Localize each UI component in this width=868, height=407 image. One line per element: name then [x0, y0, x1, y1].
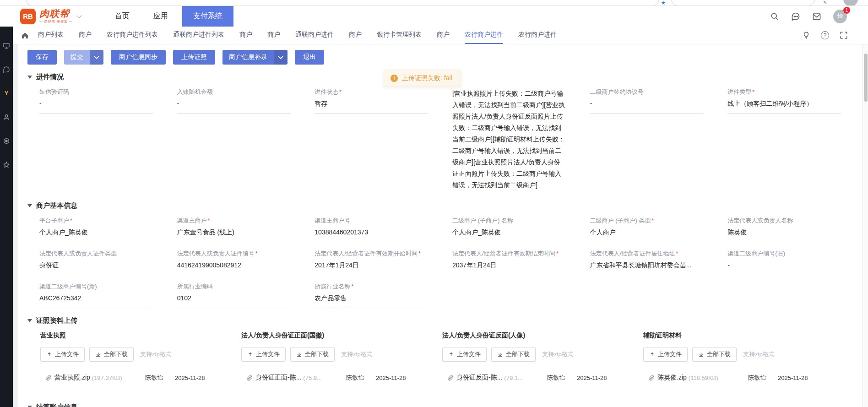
field-value[interactable]: 个人商户_陈英俊: [452, 228, 566, 242]
section-header[interactable]: 证照资料上传: [27, 316, 863, 325]
brand-name: 肉联帮: [39, 9, 73, 19]
submit-button[interactable]: 提交: [64, 50, 90, 65]
field-value[interactable]: 103884460201373: [315, 228, 429, 242]
upload-file-button[interactable]: 上传文件: [643, 347, 688, 362]
fullscreen-icon[interactable]: [840, 31, 848, 39]
tab-item[interactable]: 商户: [349, 27, 362, 44]
file-item[interactable]: 营业执照.zip (197.37KB): [40, 374, 134, 382]
exit-button[interactable]: 退出: [295, 50, 324, 65]
field-value[interactable]: -: [39, 100, 153, 114]
mail-icon[interactable]: [812, 12, 821, 21]
field-value[interactable]: 2037年1月24日: [452, 261, 566, 275]
help-icon[interactable]: ?: [821, 31, 829, 39]
chat-icon[interactable]: [3, 66, 10, 73]
field-value[interactable]: 身份证: [39, 261, 153, 275]
section-header[interactable]: 结算账户信息: [27, 403, 77, 407]
nav-payment-system[interactable]: 支付系统: [182, 6, 233, 27]
scrollbar-track[interactable]: [863, 44, 868, 407]
star-icon[interactable]: [3, 161, 10, 168]
tab-item[interactable]: 农行商户进件列表: [107, 27, 158, 44]
download-all-button[interactable]: 全部下载: [491, 347, 536, 362]
download-all-button[interactable]: 全部下载: [692, 347, 737, 362]
field-value[interactable]: -: [590, 100, 704, 114]
section-header[interactable]: 商户基本信息: [27, 201, 863, 210]
upload-file-button[interactable]: 上传文件: [442, 347, 487, 362]
supplement-button[interactable]: 商户信息补录: [222, 50, 274, 65]
comment-icon[interactable]: [791, 12, 800, 21]
warning-icon: !: [391, 75, 398, 82]
field-label: 二级商户签约协议号: [590, 88, 644, 95]
field-value[interactable]: -: [177, 100, 291, 114]
pencil-icon[interactable]: ✎: [823, 0, 827, 5]
tab-item[interactable]: 商户列表: [38, 27, 64, 44]
download-all-button[interactable]: 全部下载: [290, 347, 335, 362]
y-logo-icon[interactable]: Y: [5, 90, 9, 97]
tab-item[interactable]: 通联商户进件列表: [173, 27, 224, 44]
section-title: 商户基本信息: [36, 201, 77, 210]
field-value[interactable]: 广东壹号食品 (线上): [177, 228, 291, 242]
search-icon[interactable]: [770, 12, 779, 21]
field-value[interactable]: 广东省和平县长塘镇阳坑村委会苗...: [590, 261, 704, 275]
browser-address-bar[interactable]: [26, 0, 659, 6]
bookmark-icon[interactable]: ★: [661, 0, 666, 5]
upload-file-button[interactable]: 上传文件: [40, 347, 85, 362]
field-value[interactable]: 441624199005082912: [177, 261, 291, 275]
tab-item[interactable]: 通联商户进件: [295, 27, 334, 44]
scrollbar-thumb[interactable]: [864, 54, 868, 102]
file-size: (197.37KB): [92, 374, 122, 381]
user-icon[interactable]: [3, 114, 10, 121]
tab-bar: 商户列表 商户 农行商户进件列表 通联商户进件列表 商户 商户 通联商户进件 商…: [13, 27, 868, 44]
field-value[interactable]: ABC26725342: [39, 294, 153, 308]
left-icon-rail: Y: [0, 27, 13, 407]
brand-logo[interactable]: RB 肉联帮 — 肉好吃 菜便宜 —: [20, 9, 81, 24]
merchant-sync-button[interactable]: 商户信息同步: [111, 50, 166, 65]
field-value[interactable]: 农产品零售: [315, 294, 429, 308]
supplement-dropdown-button[interactable]: [274, 50, 288, 65]
field-value[interactable]: 个人商户_陈英俊: [39, 228, 153, 242]
tab-item[interactable]: 农行商户进件: [518, 27, 557, 44]
download-all-button[interactable]: 全部下载: [89, 347, 134, 362]
browser-search-box[interactable]: [671, 0, 815, 6]
upload-file-button[interactable]: 上传文件: [241, 347, 286, 362]
form-field: 短信验证码 -: [39, 88, 153, 114]
collapse-caret-icon: [27, 204, 32, 207]
field-value[interactable]: 0102: [177, 294, 291, 308]
form-field: 入账随机金额 -: [177, 88, 291, 114]
field-value[interactable]: 陈英俊: [727, 228, 841, 242]
submit-dropdown-button[interactable]: [90, 50, 103, 65]
home-icon[interactable]: [21, 32, 29, 39]
field-value[interactable]: 线上（顾客扫二维码/小程序）: [727, 100, 841, 114]
file-name: 陈英俊.zip: [657, 374, 687, 382]
upload-cert-button[interactable]: 上传证照: [173, 50, 215, 65]
tab-item[interactable]: 商户: [267, 27, 280, 44]
supplement-split-button[interactable]: 商户信息补录: [222, 50, 288, 65]
nav-apps[interactable]: 应用: [153, 11, 168, 21]
lightbulb-icon[interactable]: [802, 31, 810, 39]
field-value[interactable]: -: [727, 261, 841, 275]
tab-item[interactable]: 商户: [79, 27, 92, 44]
field-label: 渠道主商户: [177, 217, 207, 224]
tab-item-active[interactable]: 农行商户进件: [465, 27, 503, 44]
upload-icon: [448, 352, 454, 358]
field-value[interactable]: 个人商户: [590, 228, 704, 242]
save-button[interactable]: 保存: [27, 50, 57, 65]
browser-profile-avatar[interactable]: [843, 0, 858, 6]
tab-item[interactable]: 商户: [437, 27, 450, 44]
submit-split-button[interactable]: 提交: [64, 50, 103, 65]
user-avatar[interactable]: 怡 1: [833, 10, 847, 23]
record-icon[interactable]: [3, 137, 10, 145]
nav-home[interactable]: 首页: [115, 11, 130, 21]
field-value[interactable]: 暂存: [315, 100, 429, 114]
field-label: 渠道二级商户编号(新): [39, 283, 97, 290]
file-item[interactable]: 身份证反面-陈... (79.1...: [442, 374, 536, 382]
tab-item[interactable]: 商户: [239, 27, 252, 44]
file-item[interactable]: 陈英俊.zip (118.59KB): [643, 374, 737, 382]
chevron-down-icon[interactable]: [76, 13, 81, 18]
tab-item[interactable]: 银行卡管理列表: [377, 27, 422, 44]
form-field: 法定代表人或负责人证件类型 身份证: [39, 250, 153, 275]
upload-error-textarea[interactable]: [营业执照照片上传失败：二级商户号输入错误，无法找到当前二级商户][营业执照照片…: [452, 88, 566, 193]
monitor-icon[interactable]: [3, 42, 10, 49]
field-value[interactable]: 2017年1月24日: [315, 261, 429, 275]
file-item[interactable]: 身份证正面-陈... (75.9...: [241, 374, 335, 382]
upload-group: 法人/负责人身份证正面(国徽) 上传文件 全部下载 支持zip格式: [241, 331, 442, 382]
